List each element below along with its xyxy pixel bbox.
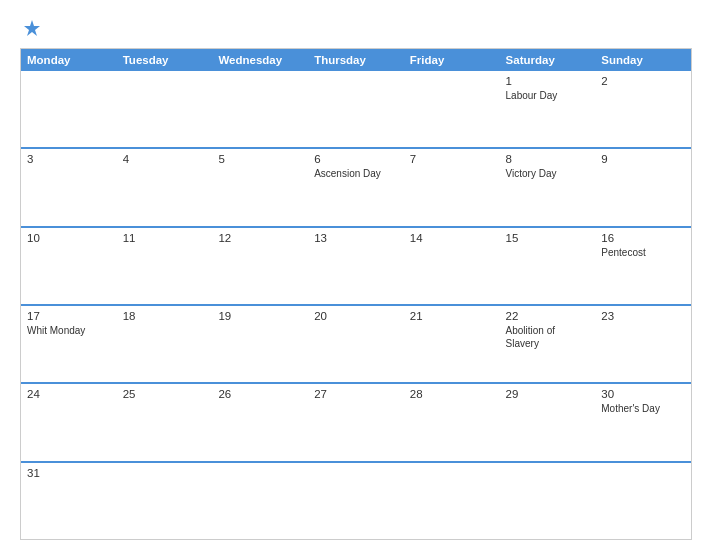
calendar-cell: 12 xyxy=(212,228,308,304)
calendar-cell xyxy=(404,71,500,147)
day-event: Pentecost xyxy=(601,246,685,259)
header-day-saturday: Saturday xyxy=(500,49,596,71)
calendar-cell: 18 xyxy=(117,306,213,382)
calendar-header: MondayTuesdayWednesdayThursdayFridaySatu… xyxy=(21,49,691,71)
day-number: 12 xyxy=(218,232,302,244)
calendar-cell: 9 xyxy=(595,149,691,225)
calendar-cell: 30Mother's Day xyxy=(595,384,691,460)
day-number: 27 xyxy=(314,388,398,400)
calendar-cell: 3 xyxy=(21,149,117,225)
calendar-cell: 14 xyxy=(404,228,500,304)
calendar-cell: 8Victory Day xyxy=(500,149,596,225)
day-number: 10 xyxy=(27,232,111,244)
header-day-tuesday: Tuesday xyxy=(117,49,213,71)
calendar-cell xyxy=(308,71,404,147)
calendar-cell: 16Pentecost xyxy=(595,228,691,304)
header-day-monday: Monday xyxy=(21,49,117,71)
calendar-cell: 27 xyxy=(308,384,404,460)
day-number: 18 xyxy=(123,310,207,322)
day-number: 23 xyxy=(601,310,685,322)
day-event: Victory Day xyxy=(506,167,590,180)
day-number: 17 xyxy=(27,310,111,322)
day-number: 15 xyxy=(506,232,590,244)
logo-flag-icon xyxy=(22,18,42,38)
day-number: 31 xyxy=(27,467,111,479)
calendar-cell: 13 xyxy=(308,228,404,304)
calendar-cell: 24 xyxy=(21,384,117,460)
day-number: 5 xyxy=(218,153,302,165)
calendar-cell: 15 xyxy=(500,228,596,304)
calendar-cell xyxy=(212,463,308,539)
day-number: 7 xyxy=(410,153,494,165)
day-number: 8 xyxy=(506,153,590,165)
calendar-cell: 22Abolition of Slavery xyxy=(500,306,596,382)
calendar-cell xyxy=(595,463,691,539)
calendar-week-4: 17Whit Monday1819202122Abolition of Slav… xyxy=(21,304,691,382)
calendar-cell: 26 xyxy=(212,384,308,460)
calendar-cell xyxy=(117,463,213,539)
day-number: 30 xyxy=(601,388,685,400)
header-day-wednesday: Wednesday xyxy=(212,49,308,71)
header-day-sunday: Sunday xyxy=(595,49,691,71)
calendar-cell: 21 xyxy=(404,306,500,382)
calendar-week-6: 31 xyxy=(21,461,691,539)
day-number: 21 xyxy=(410,310,494,322)
calendar: MondayTuesdayWednesdayThursdayFridaySatu… xyxy=(20,48,692,540)
day-number: 29 xyxy=(506,388,590,400)
header xyxy=(20,18,692,38)
day-number: 22 xyxy=(506,310,590,322)
day-number: 24 xyxy=(27,388,111,400)
calendar-cell: 7 xyxy=(404,149,500,225)
day-number: 28 xyxy=(410,388,494,400)
day-number: 14 xyxy=(410,232,494,244)
day-number: 11 xyxy=(123,232,207,244)
calendar-cell: 29 xyxy=(500,384,596,460)
day-number: 9 xyxy=(601,153,685,165)
calendar-cell: 6Ascension Day xyxy=(308,149,404,225)
calendar-cell: 25 xyxy=(117,384,213,460)
calendar-cell: 2 xyxy=(595,71,691,147)
calendar-cell xyxy=(21,71,117,147)
calendar-week-2: 3456Ascension Day78Victory Day9 xyxy=(21,147,691,225)
calendar-cell: 1Labour Day xyxy=(500,71,596,147)
calendar-cell: 5 xyxy=(212,149,308,225)
day-number: 16 xyxy=(601,232,685,244)
calendar-cell xyxy=(404,463,500,539)
day-number: 1 xyxy=(506,75,590,87)
svg-marker-0 xyxy=(24,20,40,36)
calendar-cell xyxy=(212,71,308,147)
day-number: 19 xyxy=(218,310,302,322)
calendar-cell xyxy=(117,71,213,147)
calendar-cell: 23 xyxy=(595,306,691,382)
calendar-cell: 17Whit Monday xyxy=(21,306,117,382)
day-number: 6 xyxy=(314,153,398,165)
day-number: 2 xyxy=(601,75,685,87)
day-number: 13 xyxy=(314,232,398,244)
calendar-body: 1Labour Day23456Ascension Day78Victory D… xyxy=(21,71,691,539)
day-number: 25 xyxy=(123,388,207,400)
calendar-cell xyxy=(500,463,596,539)
calendar-week-5: 24252627282930Mother's Day xyxy=(21,382,691,460)
calendar-cell: 31 xyxy=(21,463,117,539)
calendar-week-3: 10111213141516Pentecost xyxy=(21,226,691,304)
day-event: Mother's Day xyxy=(601,402,685,415)
day-event: Whit Monday xyxy=(27,324,111,337)
day-number: 4 xyxy=(123,153,207,165)
calendar-cell: 11 xyxy=(117,228,213,304)
calendar-cell: 4 xyxy=(117,149,213,225)
logo xyxy=(20,18,42,38)
day-event: Ascension Day xyxy=(314,167,398,180)
calendar-cell xyxy=(308,463,404,539)
day-number: 20 xyxy=(314,310,398,322)
day-event: Labour Day xyxy=(506,89,590,102)
day-event: Abolition of Slavery xyxy=(506,324,590,350)
page: MondayTuesdayWednesdayThursdayFridaySatu… xyxy=(0,0,712,550)
calendar-cell: 10 xyxy=(21,228,117,304)
day-number: 3 xyxy=(27,153,111,165)
calendar-cell: 28 xyxy=(404,384,500,460)
header-day-friday: Friday xyxy=(404,49,500,71)
day-number: 26 xyxy=(218,388,302,400)
calendar-cell: 19 xyxy=(212,306,308,382)
header-day-thursday: Thursday xyxy=(308,49,404,71)
calendar-cell: 20 xyxy=(308,306,404,382)
